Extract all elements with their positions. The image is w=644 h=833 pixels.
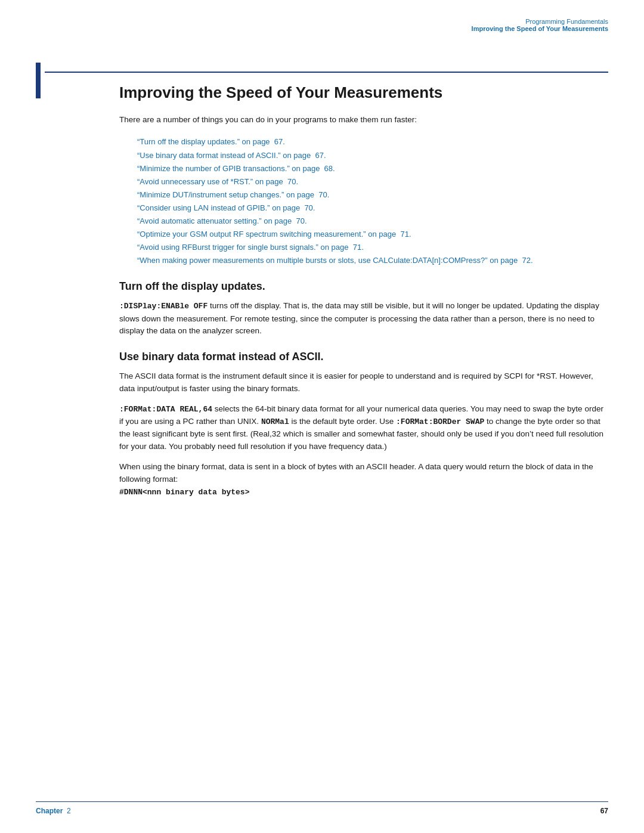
section2-code2: NORMal: [261, 417, 289, 426]
link-list: “Turn off the display updates.” on page …: [137, 135, 608, 267]
link-item[interactable]: “Minimize DUT/instrument setup changes.”…: [137, 188, 608, 202]
link-item[interactable]: “Avoid unnecessary use of *RST.” on page…: [137, 175, 608, 188]
footer-page-number: 67: [600, 807, 608, 815]
link-item[interactable]: “When making power measurements on multi…: [137, 254, 608, 267]
link-item[interactable]: “Use binary data format instead of ASCII…: [137, 149, 608, 162]
section2-code4: #DNNN<nnn binary data bytes>: [119, 488, 249, 497]
section2-text2: is the default byte order. Use: [289, 417, 396, 426]
page-footer: Chapter 2 67: [36, 801, 608, 815]
section2-code1: :FORMat:DATA REAL,64: [119, 405, 212, 414]
section2-heading: Use binary data format instead of ASCII.: [119, 351, 608, 363]
link-item[interactable]: “Consider using LAN instead of GPIB.” on…: [137, 202, 608, 215]
chapter-num: 2: [65, 807, 71, 815]
link-item[interactable]: “Optimize your GSM output RF spectrum sw…: [137, 228, 608, 241]
main-title: Improving the Speed of Your Measurements: [119, 83, 608, 102]
section2-code3: :FORMat:BORDer SWAP: [396, 417, 484, 426]
section2-para3: When using the binary format, data is se…: [119, 461, 608, 498]
intro-paragraph: There are a number of things you can do …: [119, 114, 608, 126]
link-item[interactable]: “Turn off the display updates.” on page …: [137, 135, 608, 148]
section2-para2: :FORMat:DATA REAL,64 selects the 64-bit …: [119, 403, 608, 453]
section1-heading: Turn off the display updates.: [119, 280, 608, 293]
chapter-label: Chapter: [36, 807, 63, 815]
page: Programming Fundamentals Improving the S…: [0, 0, 644, 833]
link-item[interactable]: “Minimize the number of GPIB transaction…: [137, 162, 608, 175]
section1-code1: :DISPlay:ENABle OFF: [119, 302, 208, 311]
link-item[interactable]: “Avoid using RFBurst trigger for single …: [137, 241, 608, 254]
page-header: Programming Fundamentals Improving the S…: [472, 18, 608, 32]
section2-para3-text: When using the binary format, data is se…: [119, 462, 593, 484]
main-content: Improving the Speed of Your Measurements…: [119, 83, 608, 506]
blue-bar-decoration: [36, 63, 41, 98]
header-line2: Improving the Speed of Your Measurements: [472, 25, 608, 32]
section2-para1: The ASCII data format is the instrument …: [119, 370, 608, 395]
header-line1: Programming Fundamentals: [472, 18, 608, 25]
top-rule: [45, 72, 608, 73]
link-item[interactable]: “Avoid automatic attenuator setting.” on…: [137, 215, 608, 228]
section1-para1: :DISPlay:ENABle OFF turns off the displa…: [119, 300, 608, 337]
footer-chapter: Chapter 2: [36, 807, 71, 815]
